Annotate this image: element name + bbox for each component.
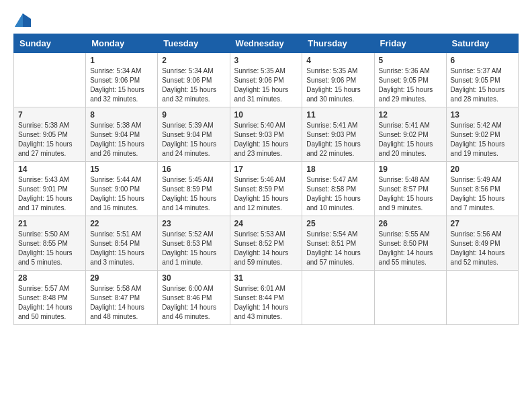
day-info: Sunrise: 5:38 AM Sunset: 9:05 PM Dayligh… bbox=[18, 121, 81, 158]
day-info: Sunrise: 5:58 AM Sunset: 8:47 PM Dayligh… bbox=[90, 284, 153, 322]
day-info: Sunrise: 5:51 AM Sunset: 8:54 PM Dayligh… bbox=[90, 230, 153, 267]
day-number: 25 bbox=[306, 219, 369, 228]
day-info: Sunrise: 5:41 AM Sunset: 9:02 PM Dayligh… bbox=[379, 121, 442, 158]
calendar-cell: 24Sunrise: 5:53 AM Sunset: 8:52 PM Dayli… bbox=[230, 216, 302, 271]
day-info: Sunrise: 5:37 AM Sunset: 9:05 PM Dayligh… bbox=[451, 66, 514, 104]
day-info: Sunrise: 5:48 AM Sunset: 8:57 PM Dayligh… bbox=[379, 175, 442, 213]
day-of-week-header: Sunday bbox=[14, 34, 86, 53]
day-number: 8 bbox=[90, 110, 153, 120]
day-of-week-header: Friday bbox=[374, 34, 446, 53]
calendar-week-row: 28Sunrise: 5:57 AM Sunset: 8:48 PM Dayli… bbox=[14, 271, 519, 325]
day-number: 15 bbox=[90, 165, 153, 174]
day-info: Sunrise: 5:34 AM Sunset: 9:06 PM Dayligh… bbox=[162, 66, 225, 104]
day-number: 7 bbox=[18, 110, 81, 120]
day-info: Sunrise: 5:57 AM Sunset: 8:48 PM Dayligh… bbox=[18, 284, 81, 322]
day-number: 10 bbox=[234, 110, 298, 120]
calendar-cell: 25Sunrise: 5:54 AM Sunset: 8:51 PM Dayli… bbox=[302, 216, 374, 271]
day-number: 1 bbox=[90, 56, 153, 65]
day-number: 3 bbox=[234, 56, 298, 65]
day-info: Sunrise: 5:44 AM Sunset: 9:00 PM Dayligh… bbox=[90, 175, 153, 213]
day-info: Sunrise: 5:38 AM Sunset: 9:04 PM Dayligh… bbox=[90, 121, 153, 158]
day-number: 30 bbox=[162, 273, 225, 283]
calendar-cell: 2Sunrise: 5:34 AM Sunset: 9:06 PM Daylig… bbox=[158, 53, 230, 107]
day-of-week-header: Tuesday bbox=[158, 34, 230, 53]
calendar-cell: 29Sunrise: 5:58 AM Sunset: 8:47 PM Dayli… bbox=[86, 271, 158, 325]
day-info: Sunrise: 5:50 AM Sunset: 8:55 PM Dayligh… bbox=[18, 230, 81, 267]
day-number: 12 bbox=[379, 110, 442, 120]
day-info: Sunrise: 5:45 AM Sunset: 8:59 PM Dayligh… bbox=[162, 175, 225, 213]
calendar-cell: 3Sunrise: 5:35 AM Sunset: 9:06 PM Daylig… bbox=[230, 53, 302, 107]
logo bbox=[13, 13, 31, 27]
calendar-cell: 23Sunrise: 5:52 AM Sunset: 8:53 PM Dayli… bbox=[158, 216, 230, 271]
day-number: 5 bbox=[379, 56, 442, 65]
day-info: Sunrise: 5:47 AM Sunset: 8:58 PM Dayligh… bbox=[306, 175, 369, 213]
calendar-cell: 17Sunrise: 5:46 AM Sunset: 8:59 PM Dayli… bbox=[230, 162, 302, 216]
calendar-cell: 11Sunrise: 5:41 AM Sunset: 9:03 PM Dayli… bbox=[302, 107, 374, 162]
day-number: 2 bbox=[162, 56, 225, 65]
calendar-cell: 22Sunrise: 5:51 AM Sunset: 8:54 PM Dayli… bbox=[86, 216, 158, 271]
day-info: Sunrise: 5:54 AM Sunset: 8:51 PM Dayligh… bbox=[306, 230, 369, 267]
day-number: 26 bbox=[379, 219, 442, 228]
calendar-cell: 28Sunrise: 5:57 AM Sunset: 8:48 PM Dayli… bbox=[14, 271, 86, 325]
day-number: 28 bbox=[18, 273, 81, 283]
day-number: 29 bbox=[90, 273, 153, 283]
day-info: Sunrise: 5:40 AM Sunset: 9:03 PM Dayligh… bbox=[234, 121, 298, 158]
day-info: Sunrise: 5:55 AM Sunset: 8:50 PM Dayligh… bbox=[379, 230, 442, 267]
day-of-week-header: Monday bbox=[86, 34, 158, 53]
logo-icon bbox=[15, 13, 31, 27]
svg-marker-1 bbox=[15, 13, 23, 27]
calendar-cell: 18Sunrise: 5:47 AM Sunset: 8:58 PM Dayli… bbox=[302, 162, 374, 216]
day-info: Sunrise: 5:34 AM Sunset: 9:06 PM Dayligh… bbox=[90, 66, 153, 104]
day-of-week-header: Thursday bbox=[302, 34, 374, 53]
day-info: Sunrise: 5:35 AM Sunset: 9:06 PM Dayligh… bbox=[234, 66, 298, 104]
day-number: 17 bbox=[234, 165, 298, 174]
day-number: 9 bbox=[162, 110, 225, 120]
calendar-cell: 1Sunrise: 5:34 AM Sunset: 9:06 PM Daylig… bbox=[86, 53, 158, 107]
day-number: 31 bbox=[234, 273, 298, 283]
calendar-header-row: SundayMondayTuesdayWednesdayThursdayFrid… bbox=[14, 34, 519, 53]
day-of-week-header: Saturday bbox=[446, 34, 518, 53]
calendar-cell bbox=[374, 271, 446, 325]
day-info: Sunrise: 6:01 AM Sunset: 8:44 PM Dayligh… bbox=[234, 284, 298, 322]
day-number: 19 bbox=[379, 165, 442, 174]
calendar-cell: 6Sunrise: 5:37 AM Sunset: 9:05 PM Daylig… bbox=[446, 53, 518, 107]
calendar-cell: 26Sunrise: 5:55 AM Sunset: 8:50 PM Dayli… bbox=[374, 216, 446, 271]
calendar-cell: 19Sunrise: 5:48 AM Sunset: 8:57 PM Dayli… bbox=[374, 162, 446, 216]
day-info: Sunrise: 5:39 AM Sunset: 9:04 PM Dayligh… bbox=[162, 121, 225, 158]
calendar-cell: 9Sunrise: 5:39 AM Sunset: 9:04 PM Daylig… bbox=[158, 107, 230, 162]
calendar-cell bbox=[302, 271, 374, 325]
calendar-cell: 31Sunrise: 6:01 AM Sunset: 8:44 PM Dayli… bbox=[230, 271, 302, 325]
day-number: 20 bbox=[451, 165, 514, 174]
day-number: 24 bbox=[234, 219, 298, 228]
day-number: 6 bbox=[451, 56, 514, 65]
day-number: 22 bbox=[90, 219, 153, 228]
calendar-week-row: 21Sunrise: 5:50 AM Sunset: 8:55 PM Dayli… bbox=[14, 216, 519, 271]
calendar-cell: 4Sunrise: 5:35 AM Sunset: 9:06 PM Daylig… bbox=[302, 53, 374, 107]
calendar-cell: 14Sunrise: 5:43 AM Sunset: 9:01 PM Dayli… bbox=[14, 162, 86, 216]
day-of-week-header: Wednesday bbox=[230, 34, 302, 53]
day-info: Sunrise: 5:52 AM Sunset: 8:53 PM Dayligh… bbox=[162, 230, 225, 267]
calendar-cell: 30Sunrise: 6:00 AM Sunset: 8:46 PM Dayli… bbox=[158, 271, 230, 325]
day-info: Sunrise: 5:49 AM Sunset: 8:56 PM Dayligh… bbox=[451, 175, 514, 213]
day-number: 4 bbox=[306, 56, 369, 65]
calendar-cell: 7Sunrise: 5:38 AM Sunset: 9:05 PM Daylig… bbox=[14, 107, 86, 162]
day-number: 13 bbox=[451, 110, 514, 120]
calendar-cell: 5Sunrise: 5:36 AM Sunset: 9:05 PM Daylig… bbox=[374, 53, 446, 107]
day-number: 11 bbox=[306, 110, 369, 120]
day-info: Sunrise: 5:36 AM Sunset: 9:05 PM Dayligh… bbox=[379, 66, 442, 104]
day-info: Sunrise: 5:35 AM Sunset: 9:06 PM Dayligh… bbox=[306, 66, 369, 104]
day-info: Sunrise: 5:42 AM Sunset: 9:02 PM Dayligh… bbox=[451, 121, 514, 158]
day-number: 14 bbox=[18, 165, 81, 174]
day-info: Sunrise: 5:43 AM Sunset: 9:01 PM Dayligh… bbox=[18, 175, 81, 213]
day-number: 16 bbox=[162, 165, 225, 174]
calendar-cell: 8Sunrise: 5:38 AM Sunset: 9:04 PM Daylig… bbox=[86, 107, 158, 162]
day-number: 18 bbox=[306, 165, 369, 174]
calendar-table: SundayMondayTuesdayWednesdayThursdayFrid… bbox=[13, 34, 519, 325]
day-number: 23 bbox=[162, 219, 225, 228]
calendar-cell: 27Sunrise: 5:56 AM Sunset: 8:49 PM Dayli… bbox=[446, 216, 518, 271]
calendar-cell bbox=[446, 271, 518, 325]
calendar-cell: 15Sunrise: 5:44 AM Sunset: 9:00 PM Dayli… bbox=[86, 162, 158, 216]
day-info: Sunrise: 6:00 AM Sunset: 8:46 PM Dayligh… bbox=[162, 284, 225, 322]
calendar-cell: 12Sunrise: 5:41 AM Sunset: 9:02 PM Dayli… bbox=[374, 107, 446, 162]
page-header bbox=[13, 13, 519, 27]
